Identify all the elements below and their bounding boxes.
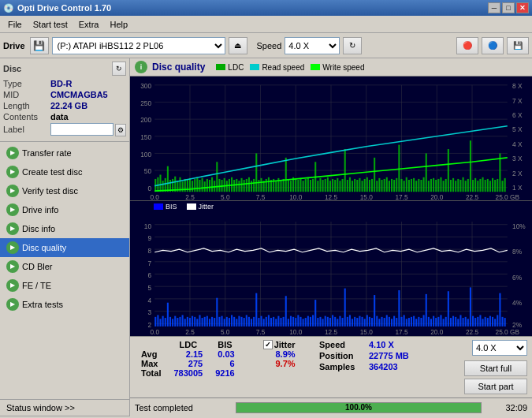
svg-rect-214 (182, 315, 184, 326)
col-jitter-checkbox[interactable]: ✓ Jitter (257, 340, 302, 349)
svg-rect-232 (226, 317, 228, 327)
nav-extra-tests[interactable]: ▶ Extra tests (0, 295, 129, 314)
svg-rect-18 (159, 175, 161, 192)
svg-rect-319 (440, 315, 441, 326)
svg-rect-68 (283, 179, 285, 192)
drive-select[interactable]: (P:) ATAPI iHBS112 2 PL06 (52, 37, 225, 54)
samples-row: Samples 364203 (319, 362, 461, 371)
close-button[interactable]: ✕ (516, 2, 529, 13)
svg-rect-266 (310, 317, 311, 327)
label-key: Label (3, 125, 50, 134)
tool-btn-2[interactable]: 🔵 (482, 37, 504, 54)
tool-btn-1[interactable]: 🔴 (456, 37, 478, 54)
svg-rect-50 (238, 181, 240, 192)
total-ldc: 783005 (167, 368, 209, 378)
svg-rect-151 (487, 179, 489, 192)
max-label: Max (135, 359, 167, 368)
svg-rect-218 (192, 316, 193, 327)
svg-text:5 X: 5 X (512, 125, 523, 133)
nav-disc-info[interactable]: ▶ Disc info (0, 219, 129, 238)
svg-rect-141 (463, 177, 464, 192)
speed-select[interactable]: 4.0 X 1.0 X 2.0 X Max (285, 37, 340, 54)
svg-rect-332 (472, 316, 474, 327)
svg-rect-118 (406, 177, 407, 192)
svg-rect-285 (356, 318, 358, 327)
legend-read-speed: Read speed (250, 63, 304, 72)
nav-fe-te[interactable]: ▶ FE / TE (0, 276, 129, 295)
svg-rect-130 (435, 180, 437, 192)
svg-text:2.5: 2.5 (185, 193, 195, 200)
svg-rect-230 (221, 316, 223, 327)
legend-ldc-label: LDC (228, 63, 244, 72)
menu-extra[interactable]: Extra (74, 18, 104, 31)
nav-verify-test-disc[interactable]: ▶ Verify test disc (0, 181, 129, 200)
svg-rect-250 (270, 318, 272, 327)
svg-rect-104 (371, 179, 373, 192)
svg-rect-215 (184, 319, 186, 327)
status-window-button[interactable]: Status window >> (0, 399, 129, 416)
svg-text:7: 7 (147, 259, 151, 267)
svg-rect-324 (452, 316, 454, 327)
nav-drive-info[interactable]: ▶ Drive info (0, 200, 129, 219)
svg-rect-311 (420, 318, 422, 327)
nav-cd-bler[interactable]: ▶ CD Bler (0, 257, 129, 276)
chart2-svg: 10 9 8 7 6 5 4 3 2 10% 8% 6% 4% 2% 0 (130, 212, 532, 336)
svg-rect-221 (199, 315, 200, 326)
stats-speed-select[interactable]: 4.0 X 1.0 X 2.0 X (472, 340, 527, 356)
svg-rect-210 (172, 319, 173, 327)
refresh-button[interactable]: ↻ (343, 37, 362, 54)
tool-btn-save[interactable]: 💾 (507, 37, 529, 54)
start-full-button[interactable]: Start full (464, 360, 527, 376)
svg-text:12.5: 12.5 (325, 193, 337, 200)
legend-bis-color (154, 203, 163, 210)
label-input[interactable] (50, 123, 113, 136)
svg-text:5: 5 (147, 283, 151, 292)
svg-rect-287 (362, 317, 363, 327)
menu-start-test[interactable]: Start test (28, 18, 73, 31)
nav-transfer-rate[interactable]: ▶ Transfer rate (0, 144, 129, 162)
nav-transfer-rate-label: Transfer rate (22, 148, 72, 158)
disc-section: Disc ↻ Type BD-R MID CMCMAGBA5 Length 22… (0, 58, 129, 142)
svg-rect-281 (347, 317, 348, 327)
nav-create-test-disc[interactable]: ▶ Create test disc (0, 162, 129, 181)
fe-te-icon: ▶ (6, 279, 19, 292)
legend-ldc-color (216, 64, 225, 70)
svg-rect-267 (312, 315, 314, 326)
svg-rect-245 (258, 318, 259, 327)
svg-rect-107 (378, 178, 380, 192)
maximize-button[interactable]: □ (502, 2, 515, 13)
start-part-button[interactable]: Start part (464, 379, 527, 394)
svg-rect-306 (408, 318, 410, 327)
menu-help[interactable]: Help (105, 18, 132, 31)
legend-bis: BIS (154, 203, 177, 211)
svg-rect-308 (413, 316, 415, 327)
nav-create-test-disc-label: Create test disc (22, 167, 82, 177)
speed-key: Speed (319, 340, 363, 349)
svg-text:3: 3 (147, 308, 151, 317)
svg-rect-97 (354, 179, 355, 192)
jitter-checkbox[interactable]: ✓ (263, 340, 273, 349)
svg-rect-102 (366, 177, 368, 192)
disc-refresh-button[interactable]: ↻ (112, 62, 126, 76)
svg-rect-295 (381, 317, 382, 327)
chart1-svg: 300 250 200 150 100 50 0 8 X 7 X 6 X 5 X… (130, 77, 532, 200)
nav-disc-quality[interactable]: ▶ Disc quality (0, 238, 129, 257)
svg-rect-239 (244, 318, 245, 327)
svg-rect-157 (501, 181, 503, 192)
label-edit-button[interactable]: ⚙ (115, 124, 126, 136)
titlebar-controls: ─ □ ✕ (488, 2, 529, 13)
menu-file[interactable]: File (3, 18, 27, 31)
svg-rect-336 (482, 319, 484, 327)
svg-rect-134 (445, 179, 447, 192)
svg-rect-89 (334, 180, 336, 192)
eject-button[interactable]: ⏏ (229, 37, 247, 54)
svg-rect-92 (342, 179, 344, 192)
minimize-button[interactable]: ─ (488, 2, 500, 13)
svg-text:17.5: 17.5 (395, 327, 407, 336)
svg-rect-76 (303, 181, 304, 192)
speed-info-section: Speed 4.10 X Position 22775 MB Samples 3… (319, 340, 461, 371)
svg-rect-59 (260, 178, 262, 192)
svg-text:5.0: 5.0 (221, 193, 230, 200)
svg-text:4: 4 (147, 296, 151, 304)
drive-icon-btn[interactable]: 💾 (30, 37, 49, 54)
